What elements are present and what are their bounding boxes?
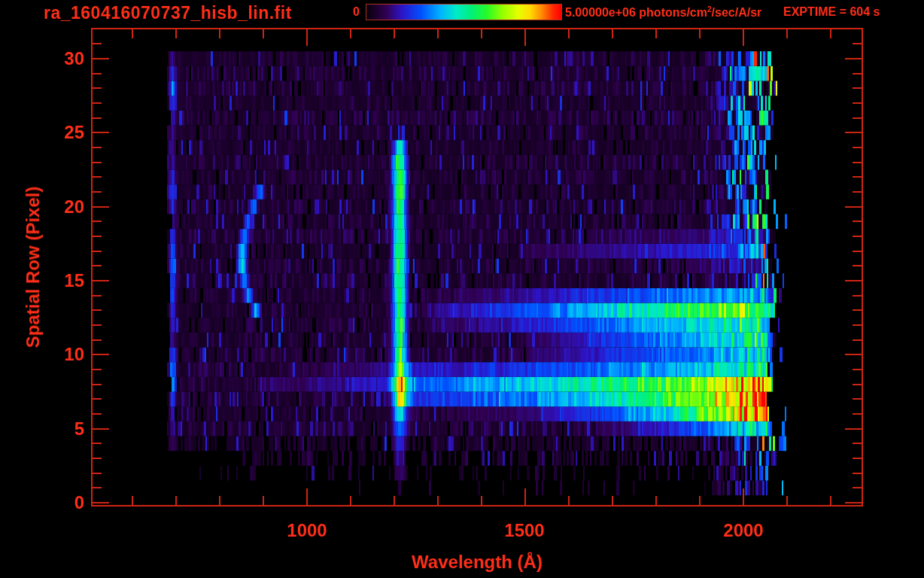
colorbar-max-value: 5.00000e+06 [565,6,636,19]
y-axis-title: Spatial Row (Pixel) [23,187,44,348]
colorbar-units-suffix: /sec/A/sr [712,6,762,19]
y-tick-label-0: 0 [47,493,84,513]
x-tick-label-1000: 1000 [262,520,352,541]
colorbar-min-label: 0 [339,5,360,19]
y-tick-label-10: 10 [47,345,84,364]
y-tick-label-20: 20 [47,197,84,217]
x-tick-label-1500: 1500 [479,520,570,541]
x-tick-label-2000: 2000 [698,520,789,541]
y-tick-label-25: 25 [47,123,84,142]
colorbar-gradient [366,4,562,20]
x-axis-title: Wavelength (Å) [364,552,590,573]
exposure-time-label: EXPTIME = 604 s [783,5,880,19]
y-tick-label-5: 5 [47,419,84,439]
y-tick-label-30: 30 [47,49,84,68]
colorbar-max-label: 5.00000e+06 photons/cm2/sec/A/sr [565,5,761,20]
file-title: ra_160416070737_hisb_lin.fit [44,3,292,23]
colorbar-units-prefix: photons/cm [636,6,707,19]
idl-spectral-display-window: ra_160416070737_hisb_lin.fit 0 5.00000e+… [0,0,924,578]
y-tick-label-15: 15 [47,271,84,291]
spectral-image-heatmap [0,0,924,578]
